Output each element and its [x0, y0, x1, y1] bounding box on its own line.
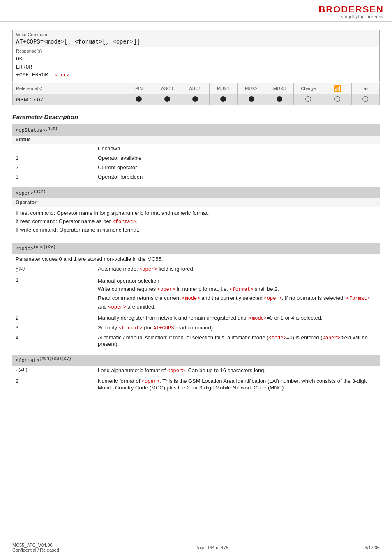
opStatus-val-1: 1 [12, 153, 95, 163]
opStatus-val-0: 0 [12, 144, 95, 153]
charge-dot-empty [305, 96, 311, 102]
mode-header: <mode>(num)(&V) [12, 243, 380, 254]
mode-row-0: 0(D) Automatic mode; <oper> field is ign… [12, 264, 380, 275]
mode-val-4: 4 [12, 333, 95, 349]
mode-desc-0: Automatic mode; <oper> field is ignored. [95, 264, 380, 275]
format-desc-2: Numeric format of <oper>. This is the GS… [95, 376, 380, 392]
response-cme-error: +CME ERROR: <err> [16, 71, 376, 79]
format-param-table: <format>(num)(&W)(&V) 0(&F) Long alphanu… [12, 355, 380, 392]
asc1-col-header: ASC1 [181, 83, 209, 94]
opStatus-val-3: 3 [12, 172, 95, 182]
asc1-dot-filled [192, 96, 198, 102]
antenna-value [323, 94, 351, 105]
opStatus-desc-3: Operator forbidden [95, 172, 380, 182]
asc0-dot-filled [164, 96, 170, 102]
opStatus-param-table: <opStatus>(num) Status 0 Unknown 1 Opera… [12, 124, 380, 182]
write-command-syntax: AT+COPS=<mode>[, <format>[, <oper>]] [13, 38, 379, 47]
section-title: Parameter Description [12, 113, 380, 120]
mux2-value [237, 94, 265, 105]
format-header: <format>(num)(&W)(&V) [12, 355, 380, 366]
footer-center: Page 164 of 475 [195, 545, 228, 550]
oper-header: <oper>(str) [12, 187, 380, 198]
mux3-value [265, 94, 293, 105]
gsm-ref: GSM 07.07 [13, 94, 125, 105]
last-value [351, 94, 379, 105]
footer-right: 3/17/06 [364, 545, 380, 550]
footer-doc-id: MC55_ATC_V04.00 [12, 543, 59, 548]
mode-param-table: <mode>(num)(&V) Parameter values 0 and 1… [12, 243, 380, 349]
mux1-dot-filled [220, 96, 226, 102]
footer-left: MC55_ATC_V04.00 Confidential / Released [12, 543, 59, 553]
charge-value [293, 94, 323, 105]
format-row-2: 2 Numeric format of <oper>. This is the … [12, 376, 380, 392]
mode-desc-3: Set only <format> (for AT+COPS read comm… [95, 323, 380, 333]
mux3-dot-filled [277, 96, 282, 102]
oper-desc-3: If write command: Operator name in numer… [16, 226, 376, 235]
page-footer: MC55_ATC_V04.00 Confidential / Released … [0, 540, 392, 555]
mux1-value [209, 94, 237, 105]
opStatus-header: <opStatus>(num) [12, 124, 380, 136]
opStatus-row-2: 2 Current operator [12, 163, 380, 172]
opStatus-row-3: 3 Operator forbidden [12, 172, 380, 182]
response-ok: OK [16, 55, 376, 63]
asc0-col-header: ASC0 [153, 83, 181, 94]
footer-date: 3/17/06 [364, 545, 380, 550]
write-command-box: Write Command AT+COPS=<mode>[, <format>[… [12, 30, 380, 82]
response-values: OK ERROR +CME ERROR: <err> [13, 54, 379, 82]
oper-label: Operator [12, 198, 380, 207]
mode-desc-1: Manual operator selection Write command … [95, 275, 380, 313]
mode-note-row: Parameter values 0 and 1 are stored non-… [12, 254, 380, 264]
write-command-label: Write Command [13, 30, 379, 38]
oper-param-table: <oper>(str) Operator If test command: Op… [12, 187, 380, 237]
mode-val-1: 1 [12, 275, 95, 313]
opStatus-desc-2: Current operator [95, 163, 380, 172]
antenna-dot-empty [334, 96, 340, 102]
mode-row-3: 3 Set only <format> (for AT+COPS read co… [12, 323, 380, 333]
mux1-col-header: MUX1 [209, 83, 237, 94]
reference-table: Reference(s) PIN ASC0 ASC1 MUX1 MUX2 MUX… [12, 83, 380, 105]
format-val-2: 2 [12, 376, 95, 392]
mode-val-3: 3 [12, 323, 95, 333]
format-row-0: 0(&F) Long alphanumeric format of <oper>… [12, 366, 380, 376]
page-header: BRODERSEN simplifying process [0, 0, 392, 22]
response-error: ERROR [16, 63, 376, 71]
logo-area: BRODERSEN simplifying process [318, 4, 384, 19]
oper-desc-row: If test command: Operator name in long a… [12, 207, 380, 237]
footer-status: Confidential / Released [12, 548, 59, 553]
mode-row-4: 4 Automatic / manual selection; if manua… [12, 333, 380, 349]
oper-desc-1: If test command: Operator name in long a… [16, 209, 376, 218]
mux2-col-header: MUX2 [237, 83, 265, 94]
opStatus-desc-0: Unknown [95, 144, 380, 153]
last-col-header: Last [351, 83, 379, 94]
response-label: Response(s) [13, 47, 379, 54]
mux3-col-header: MUX3 [265, 83, 293, 94]
pin-value [125, 94, 153, 105]
pin-dot-filled [136, 96, 142, 102]
opStatus-val-2: 2 [12, 163, 95, 172]
antenna-col-header: 📶 [323, 83, 351, 94]
format-desc-0: Long alphanumeric format of <oper>. Can … [95, 366, 380, 376]
mode-val-0: 0(D) [12, 264, 95, 275]
charge-col-header: Charge [293, 83, 323, 94]
mode-row-1: 1 Manual operator selection Write comman… [12, 275, 380, 313]
pin-col-header: PIN [125, 83, 153, 94]
ref-col-header: Reference(s) [13, 83, 125, 94]
main-content: Write Command AT+COPS=<mode>[, <format>[… [0, 22, 392, 406]
opStatus-desc-1: Operator available [95, 153, 380, 163]
last-dot-empty [362, 96, 368, 102]
oper-desc: If test command: Operator name in long a… [12, 207, 380, 237]
mode-note: Parameter values 0 and 1 are stored non-… [12, 254, 380, 264]
opStatus-label: Status [12, 136, 380, 144]
logo-sub: simplifying process [341, 15, 384, 19]
mode-desc-4: Automatic / manual selection; if manual … [95, 333, 380, 349]
logo-text: BRODERSEN [318, 4, 384, 15]
asc0-value [153, 94, 181, 105]
mode-val-2: 2 [12, 313, 95, 323]
footer-page: Page 164 of 475 [195, 545, 228, 550]
mode-desc-2: Manually deregister from network and rem… [95, 313, 380, 323]
opStatus-row-0: 0 Unknown [12, 144, 380, 153]
asc1-value [181, 94, 209, 105]
oper-desc-2: If read command: Operator name as per <f… [16, 217, 376, 226]
opStatus-row-1: 1 Operator available [12, 153, 380, 163]
mode-row-2: 2 Manually deregister from network and r… [12, 313, 380, 323]
